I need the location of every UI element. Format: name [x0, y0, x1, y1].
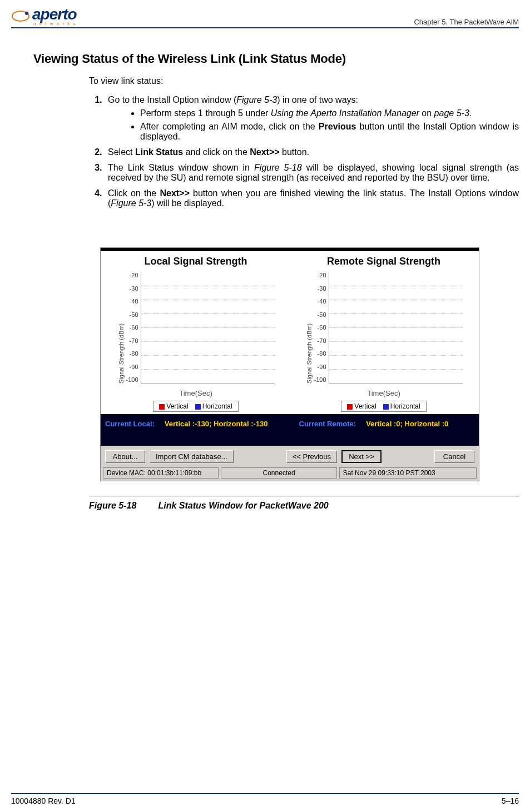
doc-id: 10004880 Rev. D1	[11, 796, 76, 805]
current-values-row: Current Local: Vertical :-130; Horizonta…	[101, 414, 479, 434]
status-time: Sat Nov 29 09:33:10 PST 2003	[339, 467, 477, 479]
step-1-sub-1: Perform steps 1 through 5 under Using th…	[140, 108, 519, 118]
figure-ref: Figure 5-3	[236, 95, 277, 104]
page-number: 5–16	[502, 796, 519, 805]
local-chart: Local Signal Strength Signal Strength (d…	[103, 253, 289, 412]
x-axis-label: Time(Sec)	[179, 389, 212, 397]
blue-square-icon	[195, 404, 201, 410]
remote-chart-title: Remote Signal Strength	[327, 256, 440, 267]
charts-area: Local Signal Strength Signal Strength (d…	[101, 251, 479, 414]
page-header: aperto n e t w o r k s Chapter 5. The Pa…	[11, 6, 519, 28]
status-connection: Connected	[221, 467, 336, 479]
local-chart-title: Local Signal Strength	[144, 256, 247, 267]
step-4: Click on the Next>> button when you are …	[105, 188, 519, 208]
figure-window: Local Signal Strength Signal Strength (d…	[100, 247, 519, 481]
remote-plot-area	[329, 272, 463, 383]
previous-button[interactable]: << Previous	[286, 450, 337, 463]
chapter-label: Chapter 5. The PacketWave AIM	[414, 18, 519, 26]
import-cm-button[interactable]: Import CM database...	[150, 450, 234, 463]
logo-subtext: n e t w o r k s	[32, 21, 77, 26]
current-local-value: Vertical :-130; Horizontal :-130	[165, 420, 268, 428]
remote-legend: VerticalHorizontal	[341, 401, 426, 412]
y-axis-label: Signal Strength (dBm)	[117, 272, 126, 383]
figure-title: Link Status Window for PacketWave 200	[158, 501, 328, 510]
about-button[interactable]: About...	[105, 450, 145, 463]
y-axis-ticks: -20-30-40-50-60-70-80-90-100	[314, 272, 328, 383]
current-local-label: Current Local:	[105, 420, 155, 428]
red-square-icon	[159, 404, 165, 410]
remote-chart: Remote Signal Strength Signal Strength (…	[291, 253, 477, 412]
figure-ref: Figure 5-3	[111, 198, 151, 208]
page-footer: 10004880 Rev. D1 5–16	[11, 793, 519, 805]
caption-rule	[89, 496, 519, 496]
y-axis-label: Signal Strength (dBm)	[305, 272, 314, 383]
intro-text: To view link status:	[89, 76, 519, 86]
red-square-icon	[347, 404, 353, 410]
logo: aperto n e t w o r k s	[11, 6, 77, 26]
step-1: Go to the Install Option window (Figure …	[105, 95, 519, 142]
figure-caption: Figure 5-18 Link Status Window for Packe…	[89, 501, 519, 511]
next-button[interactable]: Next >>	[341, 450, 382, 463]
figure-ref: Figure 5-18	[254, 163, 302, 172]
status-mac: Device MAC: 00:01:3b:11:09:bb	[103, 467, 219, 479]
logo-swirl-icon	[11, 7, 30, 26]
figure-number: Figure 5-18	[89, 501, 156, 511]
button-row: About... Import CM database... << Previo…	[101, 446, 479, 467]
step-2: Select Link Status and click on the Next…	[105, 147, 519, 157]
current-remote-value: Vertical :0; Horizontal :0	[366, 420, 448, 428]
cancel-button[interactable]: Cancel	[434, 450, 474, 463]
step-1-sub-2: After completing an AIM mode, click on t…	[140, 122, 519, 142]
svg-point-1	[25, 12, 28, 15]
blue-square-icon	[383, 404, 389, 410]
step-3: The Link Status window shown in Figure 5…	[105, 163, 519, 183]
x-axis-label: Time(Sec)	[367, 389, 400, 397]
steps-list: Go to the Install Option window (Figure …	[89, 95, 519, 208]
local-legend: VerticalHorizontal	[153, 401, 238, 412]
y-axis-ticks: -20-30-40-50-60-70-80-90-100	[126, 272, 140, 383]
local-plot-area	[141, 272, 275, 383]
section-title: Viewing Status of the Wireless Link (Lin…	[33, 52, 519, 66]
status-bar: Device MAC: 00:01:3b:11:09:bb Connected …	[101, 467, 479, 481]
link-status-window: Local Signal Strength Signal Strength (d…	[100, 247, 479, 481]
current-remote-label: Current Remote:	[299, 420, 356, 428]
